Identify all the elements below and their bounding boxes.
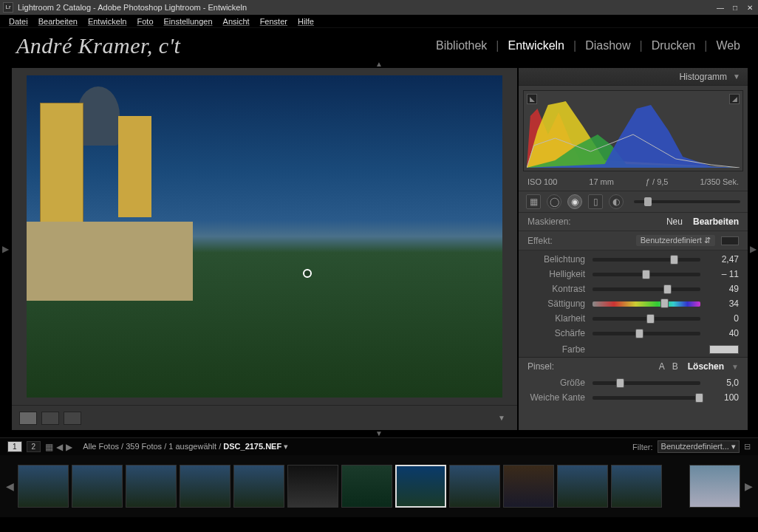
loupe-toolbar: ▼ <box>12 405 517 430</box>
nav-next-icon[interactable]: ▶ <box>66 442 72 452</box>
current-filename: DSC_2175.NEF <box>223 442 281 451</box>
identity-plate: André Kramer, c't <box>16 33 434 58</box>
slider-label: Belichtung <box>527 254 585 265</box>
crop-tool-icon[interactable]: ▦ <box>526 194 541 209</box>
menu-ansicht[interactable]: Ansicht <box>219 16 254 27</box>
effect-dropdown[interactable]: Benutzerdefiniert ⇵ <box>636 235 715 246</box>
thumbnail[interactable] <box>341 465 392 508</box>
workspace: ▶ ▼ Histogramm ▼ ◣ ◢ <box>0 68 758 430</box>
menu-einstellungen[interactable]: Einstellungen <box>160 16 217 27</box>
module-web[interactable]: Web <box>714 38 742 54</box>
filter-dropdown[interactable]: Benutzerdefiniert... ▾ <box>658 440 740 453</box>
thumbnail[interactable] <box>611 465 662 508</box>
effect-toggle-switch[interactable] <box>721 236 739 245</box>
left-panel-toggle[interactable]: ▶ <box>0 68 10 430</box>
grid-view-icon[interactable]: ▦ <box>45 442 53 452</box>
module-diashow[interactable]: Diashow <box>584 38 632 54</box>
module-entwickeln[interactable]: Entwickeln <box>507 38 566 54</box>
thumbnail[interactable] <box>689 465 740 508</box>
thumbnail[interactable] <box>126 465 177 508</box>
thumbnail[interactable] <box>449 465 500 508</box>
brush-feather-slider[interactable] <box>593 396 700 400</box>
window-close-button[interactable]: ✕ <box>745 3 755 12</box>
mask-new-button[interactable]: Neu <box>666 216 683 227</box>
filter-lock-icon[interactable]: ⊟ <box>744 442 751 451</box>
slider-value: 34 <box>708 299 739 309</box>
tool-size-slider[interactable] <box>634 200 740 203</box>
menu-bearbeiten[interactable]: Bearbeiten <box>34 16 82 27</box>
gradient-tool-icon[interactable]: ▯ <box>588 194 603 209</box>
filmstrip-left-arrow[interactable]: ◀ <box>4 480 15 492</box>
effect-label: Effekt: <box>527 236 553 246</box>
bottom-panel-toggle[interactable]: ▼ <box>0 430 758 437</box>
mask-label: Maskieren: <box>527 216 571 227</box>
slider-value: 49 <box>708 284 739 294</box>
menu-hilfe[interactable]: Hilfe <box>293 16 318 27</box>
mask-row: Maskieren: Neu Bearbeiten <box>519 213 748 231</box>
monitor-2-button[interactable]: 2 <box>27 441 41 452</box>
tool-strip: ▦ ◯ ◉ ▯ ◐ <box>519 191 748 213</box>
right-panel-toggle[interactable]: ▶ <box>748 68 758 430</box>
slider-row-sättigung: Sättigung34 <box>519 296 748 311</box>
color-swatch[interactable] <box>709 345 739 354</box>
filmstrip-right-arrow[interactable]: ▶ <box>743 480 754 492</box>
module-drucken[interactable]: Drucken <box>650 38 697 54</box>
photo-viewport[interactable] <box>12 68 517 405</box>
view-loupe-button[interactable] <box>19 412 37 425</box>
thumbnail[interactable] <box>18 465 69 508</box>
redeye-tool-icon[interactable]: ◉ <box>567 194 582 209</box>
brush-a-button[interactable]: A <box>659 361 665 372</box>
histogram[interactable]: ◣ ◢ <box>523 90 743 171</box>
brush-erase-button[interactable]: Löschen <box>688 361 724 372</box>
view-before-after-x-button[interactable] <box>64 412 81 425</box>
thumbnail[interactable] <box>233 465 284 508</box>
histogram-panel-header[interactable]: Histogramm ▼ <box>519 68 748 86</box>
photo-image <box>27 75 502 398</box>
thumbnail[interactable] <box>180 465 231 508</box>
slider-track[interactable] <box>593 273 700 276</box>
window-minimize-button[interactable]: — <box>715 3 725 12</box>
module-bibliothek[interactable]: Bibliothek <box>434 38 488 54</box>
thumbnail-selected[interactable] <box>395 465 446 508</box>
window-maximize-button[interactable]: □ <box>730 3 740 12</box>
brush-tool-icon[interactable]: ◐ <box>609 194 624 209</box>
exif-shutter: 1/350 Sek. <box>700 177 739 186</box>
view-options-dropdown[interactable]: ▼ <box>494 414 510 422</box>
nav-prev-icon[interactable]: ◀ <box>56 442 63 452</box>
top-panel-toggle[interactable]: ▲ <box>0 61 758 68</box>
thumbnail[interactable] <box>72 465 123 508</box>
brush-size-slider[interactable] <box>593 381 700 385</box>
slider-track[interactable] <box>593 258 700 262</box>
brush-b-button[interactable]: B <box>672 361 678 372</box>
adjustment-pin-icon[interactable] <box>303 269 312 278</box>
breadcrumb[interactable]: Alle Fotos / 359 Fotos / 1 ausgewählt / … <box>83 442 288 451</box>
thumbnail[interactable] <box>503 465 554 508</box>
brush-size-value: 5,0 <box>708 378 739 388</box>
spot-tool-icon[interactable]: ◯ <box>547 194 561 209</box>
chevron-down-icon: ▼ <box>733 72 740 81</box>
thumbnail[interactable] <box>287 465 338 508</box>
menu-entwickeln[interactable]: Entwickeln <box>83 16 132 27</box>
menu-fenster[interactable]: Fenster <box>256 16 292 27</box>
slider-track[interactable] <box>593 332 700 335</box>
menu-foto[interactable]: Foto <box>132 16 157 27</box>
brush-size-label: Größe <box>527 378 585 388</box>
slider-label: Sättigung <box>527 299 585 309</box>
monitor-1-button[interactable]: 1 <box>7 441 22 452</box>
brush-feather-value: 100 <box>708 392 739 403</box>
slider-row-helligkeit: Helligkeit– 11 <box>519 267 748 282</box>
exif-strip: ISO 100 17 mm ƒ / 9,5 1/350 Sek. <box>519 176 748 191</box>
menubar: Datei Bearbeiten Entwickeln Foto Einstel… <box>0 15 758 28</box>
mask-edit-button[interactable]: Bearbeiten <box>693 216 739 227</box>
slider-track[interactable] <box>593 317 700 321</box>
view-before-after-y-button[interactable] <box>41 412 59 425</box>
slider-track[interactable] <box>593 287 700 291</box>
brush-chevron-icon[interactable]: ▼ <box>731 363 739 371</box>
thumbnail[interactable] <box>557 465 608 508</box>
effect-row: Effekt: Benutzerdefiniert ⇵ <box>519 231 748 250</box>
menu-datei[interactable]: Datei <box>4 16 33 27</box>
slider-track[interactable] <box>593 301 700 307</box>
brush-section: Pinsel: A B Löschen ▼ Größe 5,0 Weiche K… <box>519 357 748 405</box>
brush-label: Pinsel: <box>527 361 554 372</box>
slider-row-belichtung: Belichtung2,47 <box>519 252 748 267</box>
